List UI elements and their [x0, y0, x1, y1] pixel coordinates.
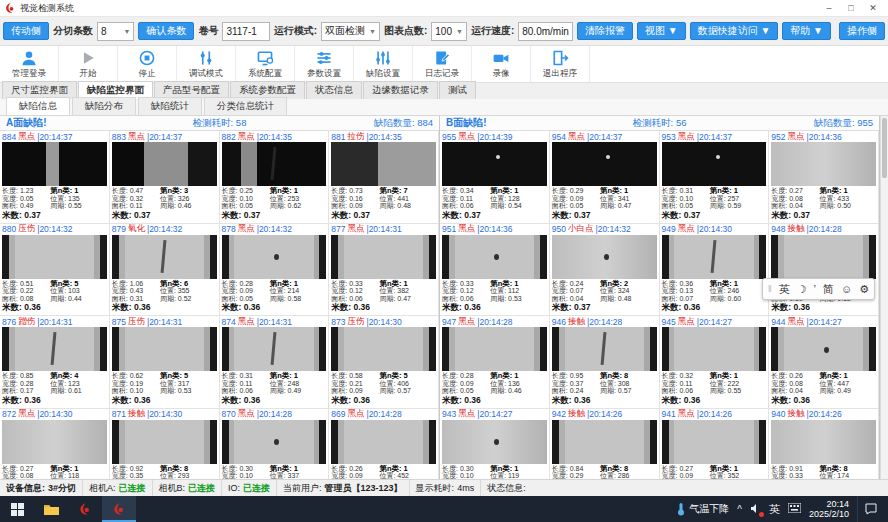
drag-handle-icon[interactable]: ‖: [768, 284, 772, 294]
defect-cell[interactable]: 873压伤|20:14:30长度: 0.58宽度: 0.21面积: 0.09第n…: [329, 316, 439, 409]
subtab-0[interactable]: 缺陷信息: [6, 97, 70, 115]
defect-id: 944: [771, 317, 785, 327]
defect-length: 长度: 0.27: [2, 465, 50, 473]
defect-cell[interactable]: 953黑点|20:14:37长度: 0.31宽度: 0.10面积: 0.05第n…: [660, 131, 770, 224]
subtab-2[interactable]: 缺陷统计: [138, 97, 202, 115]
defect-cell[interactable]: 878黑点|20:14:32长度: 0.28宽度: 0.09面积: 0.05第n…: [220, 224, 330, 317]
weather-widget[interactable]: 气温下降: [677, 502, 729, 516]
exit-program-button[interactable]: 退出程序: [531, 46, 590, 82]
subtab-1[interactable]: 缺陷分布: [72, 97, 136, 115]
ime-item-5[interactable]: ⚙: [859, 283, 869, 296]
taskbar-app-inspection[interactable]: [68, 496, 102, 522]
defect-cell[interactable]: 884黑点|20:14:37长度: 1.23宽度: 0.05面积: 0.49第n…: [0, 131, 110, 224]
operator-side-button[interactable]: 操作侧: [839, 22, 885, 40]
ime-item-0[interactable]: 英: [779, 282, 790, 297]
record-video-button[interactable]: 录像: [472, 46, 531, 82]
defect-cell[interactable]: 942接触|20:14:26长度: 0.84宽度: 0.29面积: 0.18第n…: [550, 409, 660, 480]
taskbar-app-inspection-active[interactable]: [102, 496, 136, 522]
help-menu-button[interactable]: 帮助 ▼: [782, 22, 831, 40]
stop-button[interactable]: 停止: [118, 46, 177, 82]
defect-cell[interactable]: 949黑点|20:14:30长度: 0.36宽度: 0.13面积: 0.07第n…: [660, 224, 770, 317]
log-record-button[interactable]: 日志记录: [413, 46, 472, 82]
defect-meta-right: 第n类: 3位置: 326周期: 0.46: [160, 187, 217, 210]
defect-meta-left: 长度: 0.27宽度: 0.08面积: 0.04: [771, 187, 819, 210]
param-settings-button[interactable]: 参数设置: [295, 46, 354, 82]
subtab-3[interactable]: 分类信息统计: [204, 97, 287, 115]
data-quick-access-button[interactable]: 数据快捷访问 ▼: [690, 22, 779, 40]
defect-cell-header: 871接触|20:14:30: [111, 409, 218, 420]
admin-login-button[interactable]: 管理登录: [0, 46, 59, 82]
defect-cell[interactable]: 943黑点|20:14:27长度: 0.30宽度: 0.10面积: 0.05第n…: [440, 409, 550, 480]
system-config-button[interactable]: 系统配置: [236, 46, 295, 82]
chart-points-select[interactable]: 100▼: [431, 22, 467, 41]
notification-panel-icon: [865, 503, 877, 515]
file-explorer-button[interactable]: [34, 496, 68, 522]
defect-cell[interactable]: 881拉伤|20:14:35长度: 0.73宽度: 0.16面积: 0.09第n…: [329, 131, 439, 224]
clear-alarm-button[interactable]: 清除报警: [577, 22, 633, 40]
defect-cell[interactable]: 945黑点|20:14:27长度: 0.32宽度: 0.11面积: 0.06第n…: [660, 316, 770, 409]
start-button[interactable]: [0, 496, 34, 522]
scrollbar-thumb[interactable]: [882, 118, 887, 178]
drive-side-button[interactable]: 传动侧: [3, 22, 49, 40]
defect-cell[interactable]: 941黑点|20:14:26长度: 0.27宽度: 0.09面积: 0.05第n…: [660, 409, 770, 480]
tab-5[interactable]: 边缘数据记录: [363, 81, 438, 99]
defect-meters: 米数: 0.36: [661, 302, 768, 315]
defect-cell[interactable]: 954黑点|20:14:37长度: 0.29宽度: 0.09面积: 0.05第n…: [550, 131, 660, 224]
defect-cell[interactable]: 882黑点|20:14:35长度: 0.25宽度: 0.10面积: 0.05第n…: [220, 131, 330, 224]
defect-cell[interactable]: 874黑点|20:14:31长度: 0.31宽度: 0.11面积: 0.06第n…: [220, 316, 330, 409]
maximize-button[interactable]: □: [840, 3, 862, 13]
action-center-button[interactable]: [857, 496, 884, 522]
defect-id: 874: [222, 317, 236, 327]
defect-cell[interactable]: 870黑点|20:14:28长度: 0.30宽度: 0.10面积: 0.05第n…: [220, 409, 330, 480]
defect-cell[interactable]: 950小白点|20:14:32长度: 0.24宽度: 0.07面积: 0.04第…: [550, 224, 660, 317]
defect-cell[interactable]: 955黑点|20:14:39长度: 0.34宽度: 0.11面积: 0.06第n…: [440, 131, 550, 224]
start-button[interactable]: 开始: [59, 46, 118, 82]
defect-area: 面积: 0.04: [771, 387, 819, 395]
view-menu-button[interactable]: 视图 ▼: [637, 22, 686, 40]
close-button[interactable]: ✕: [862, 3, 884, 13]
defect-cell-header: 884黑点|20:14:37: [1, 131, 108, 142]
defect-cell[interactable]: 876蹭伤|20:14:31长度: 0.85宽度: 0.28面积: 0.17第n…: [0, 316, 110, 409]
defect-cell[interactable]: 877黑点|20:14:31长度: 0.33宽度: 0.12面积: 0.06第n…: [329, 224, 439, 317]
tab-4[interactable]: 状态信息: [306, 81, 362, 99]
defect-cell[interactable]: 883黑点|20:14:37长度: 0.47宽度: 0.32面积: 0.11第n…: [110, 131, 220, 224]
ime-item-1[interactable]: ☽: [797, 283, 807, 296]
defect-cell[interactable]: 948接触|20:14:28长度: 0.88宽度: 0.31面积: 0.19第n…: [769, 224, 879, 317]
confirm-count-button[interactable]: 确认条数: [138, 22, 194, 40]
defect-cell[interactable]: 946接触|20:14:28长度: 0.95宽度: 0.37面积: 0.24第n…: [550, 316, 660, 409]
defect-id: 876: [2, 317, 16, 327]
defect-cell[interactable]: 871接触|20:14:30长度: 0.92宽度: 0.35面积: 0.22第n…: [110, 409, 220, 480]
defect-cell[interactable]: 879氧化|20:14:32长度: 1.06宽度: 0.43面积: 0.31第n…: [110, 224, 220, 317]
coil-input[interactable]: 3117-1: [222, 22, 269, 41]
defect-image: [552, 327, 657, 371]
tab-6[interactable]: 测试: [439, 81, 476, 99]
debug-mode-button[interactable]: 调试模式: [177, 46, 236, 82]
defect-meta-right: 第n类: 5位置: 317周期: 0.53: [160, 372, 217, 395]
defect-cell[interactable]: 869黑点|20:14:28长度: 0.26宽度: 0.09面积: 0.04第n…: [329, 409, 439, 480]
app-logo-icon: [112, 502, 126, 516]
ime-item-4[interactable]: ☺: [841, 283, 852, 295]
defect-cell[interactable]: 875压伤|20:14:31长度: 0.62宽度: 0.19面积: 0.10第n…: [110, 316, 220, 409]
defect-position: 位置: 341: [600, 195, 657, 203]
minimize-button[interactable]: –: [818, 3, 840, 13]
tray-expand-button[interactable]: ^: [737, 504, 742, 515]
defect-cell[interactable]: 944黑点|20:14:27长度: 0.26宽度: 0.08面积: 0.04第n…: [769, 316, 879, 409]
defect-cell[interactable]: 940接触|20:14:26长度: 0.91宽度: 0.33面积: 0.21第n…: [769, 409, 879, 480]
defect-cell[interactable]: 952黑点|20:14:36长度: 0.27宽度: 0.08面积: 0.04第n…: [769, 131, 879, 224]
defect-settings-button[interactable]: 缺陷设置: [354, 46, 413, 82]
defect-cell[interactable]: 880压伤|20:14:32长度: 0.51宽度: 0.22面积: 0.08第n…: [0, 224, 110, 317]
run-mode-select[interactable]: 双面检测▼: [321, 22, 380, 41]
defect-meters: 米数: 0.37: [221, 210, 328, 223]
defect-cell[interactable]: 951黑点|20:14:36长度: 0.33宽度: 0.12面积: 0.06第n…: [440, 224, 550, 317]
keyboard-icon[interactable]: [788, 503, 801, 515]
ime-item-2[interactable]: ’: [814, 283, 816, 295]
ime-item-3[interactable]: 简: [823, 282, 834, 297]
slit-count-select[interactable]: 8▼: [97, 22, 134, 41]
taskbar-clock[interactable]: 20:14 2025/2/10: [809, 499, 849, 519]
language-indicator[interactable]: 英: [769, 502, 780, 517]
vertical-scrollbar[interactable]: [880, 116, 888, 479]
volume-icon[interactable]: [750, 503, 761, 516]
defect-cell[interactable]: 947黑点|20:14:28长度: 0.28宽度: 0.09面积: 0.05第n…: [440, 316, 550, 409]
defect-cell[interactable]: 872黑点|20:14:30长度: 0.27宽度: 0.08面积: 0.04第n…: [0, 409, 110, 480]
defect-id: 883: [112, 132, 126, 142]
